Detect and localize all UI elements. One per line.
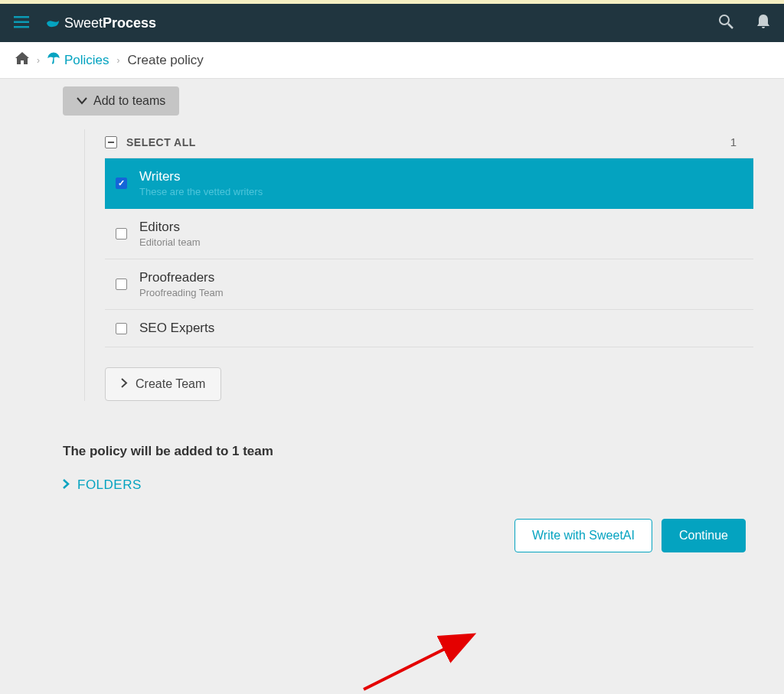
folders-label: FOLDERS xyxy=(77,477,142,493)
check-icon: ✓ xyxy=(118,178,125,188)
bottom-buttons: Write with SweetAI Continue xyxy=(0,519,746,552)
chevron-right-icon xyxy=(63,479,70,491)
team-name: Writers xyxy=(139,169,263,184)
team-checkbox[interactable]: ✓ xyxy=(116,178,127,189)
bell-icon[interactable] xyxy=(756,14,770,32)
select-all-checkbox[interactable] xyxy=(105,136,117,148)
home-icon[interactable] xyxy=(15,52,29,68)
breadcrumb-separator: › xyxy=(37,55,40,66)
select-all-row[interactable]: SELECT ALL 1 xyxy=(105,129,753,158)
hamburger-menu-icon[interactable] xyxy=(14,13,29,33)
team-row-editors[interactable]: Editors Editorial team xyxy=(105,209,753,259)
svg-rect-0 xyxy=(14,16,29,18)
logo-text: SweetProcess xyxy=(64,15,156,31)
svg-rect-2 xyxy=(14,26,29,28)
breadcrumb: › Policies › Create policy xyxy=(0,42,784,79)
svg-line-4 xyxy=(728,24,733,28)
team-checkbox[interactable] xyxy=(116,323,127,334)
continue-button[interactable]: Continue xyxy=(662,519,746,552)
team-checkbox[interactable] xyxy=(116,228,127,239)
folders-toggle[interactable]: FOLDERS xyxy=(63,477,142,493)
breadcrumb-policies-label: Policies xyxy=(64,53,109,68)
chevron-down-icon xyxy=(77,95,87,107)
breadcrumb-separator: › xyxy=(117,55,120,66)
umbrella-icon xyxy=(47,52,60,68)
search-icon[interactable] xyxy=(718,14,733,32)
teams-panel: SELECT ALL 1 ✓ Writers These are the vet… xyxy=(84,129,753,401)
team-row-seo-experts[interactable]: SEO Experts xyxy=(105,310,753,347)
add-to-teams-toggle[interactable]: Add to teams xyxy=(63,86,179,116)
create-team-button[interactable]: Create Team xyxy=(105,367,221,401)
svg-rect-1 xyxy=(14,21,29,24)
create-team-label: Create Team xyxy=(136,377,205,391)
team-checkbox[interactable] xyxy=(116,279,127,290)
team-description: Editorial team xyxy=(139,236,200,248)
add-to-teams-label: Add to teams xyxy=(93,94,165,108)
write-with-ai-button[interactable]: Write with SweetAI xyxy=(514,519,652,552)
chevron-right-icon xyxy=(121,378,128,390)
annotation-arrow xyxy=(356,628,486,694)
team-name: SEO Experts xyxy=(139,321,214,336)
team-name: Editors xyxy=(139,220,200,235)
select-all-label: SELECT ALL xyxy=(126,136,196,148)
minus-icon xyxy=(108,142,114,143)
team-description: Proofreading Team xyxy=(139,287,224,298)
selected-count: 1 xyxy=(730,135,737,148)
team-name: Proofreaders xyxy=(139,270,224,285)
app-header: SweetProcess xyxy=(0,4,784,42)
team-description: These are the vetted writers xyxy=(139,186,263,197)
breadcrumb-current: Create policy xyxy=(128,53,204,68)
breadcrumb-policies-link[interactable]: Policies xyxy=(47,52,109,68)
team-row-writers[interactable]: ✓ Writers These are the vetted writers xyxy=(105,158,753,209)
logo-icon xyxy=(44,15,60,31)
svg-point-3 xyxy=(720,15,729,24)
summary-text: The policy will be added to 1 team xyxy=(63,444,784,459)
team-row-proofreaders[interactable]: Proofreaders Proofreading Team xyxy=(105,259,753,310)
logo[interactable]: SweetProcess xyxy=(44,15,156,31)
svg-line-6 xyxy=(364,636,471,689)
